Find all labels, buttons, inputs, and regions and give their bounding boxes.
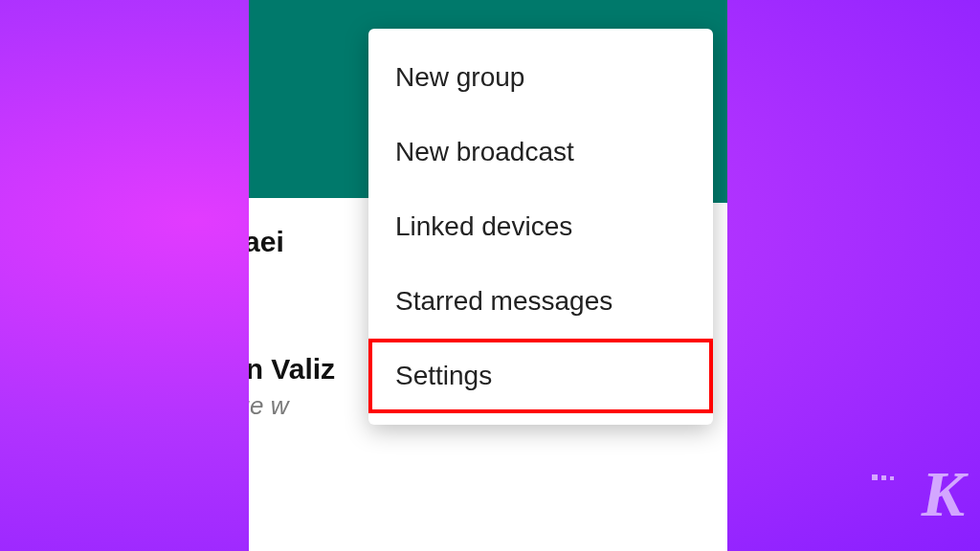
menu-item-label: New broadcast (395, 137, 574, 166)
menu-item-new-broadcast[interactable]: New broadcast (368, 115, 713, 189)
menu-item-linked-devices[interactable]: Linked devices (368, 189, 713, 264)
menu-item-label: Starred messages (395, 286, 612, 316)
menu-item-settings[interactable]: Settings (368, 339, 713, 413)
watermark-logo: K (922, 456, 961, 532)
whatsapp-frame: ST shaei erin Valiz message w New group … (249, 0, 727, 551)
menu-item-new-group[interactable]: New group (368, 40, 713, 115)
watermark-dots-icon (872, 474, 894, 480)
menu-item-label: New group (395, 62, 524, 92)
menu-item-label: Settings (395, 361, 492, 390)
overflow-menu: New group New broadcast Linked devices S… (368, 29, 713, 425)
menu-item-starred-messages[interactable]: Starred messages (368, 264, 713, 339)
menu-item-label: Linked devices (395, 211, 572, 241)
